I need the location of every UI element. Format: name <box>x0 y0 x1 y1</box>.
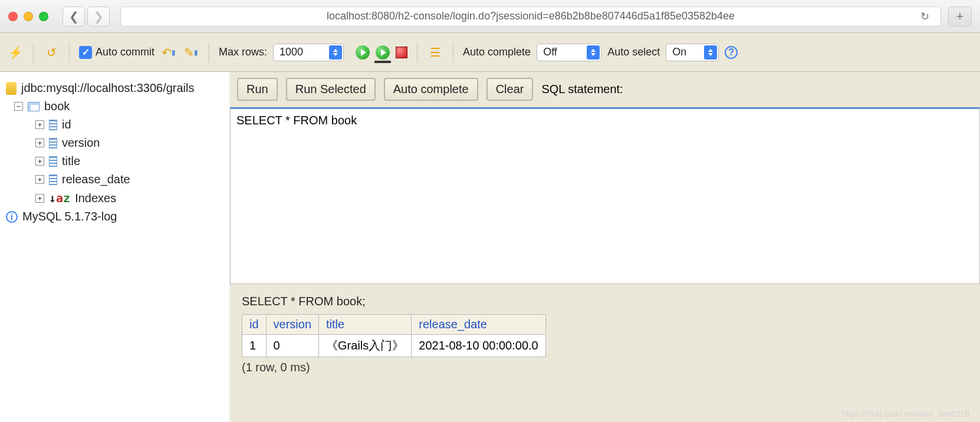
jdbc-url: jdbc:mysql://localhost:3306/grails <box>21 81 194 95</box>
stop-icon[interactable] <box>396 47 407 58</box>
separator <box>69 42 70 62</box>
column-icon <box>49 174 57 185</box>
indexes-label: Indexes <box>75 192 116 205</box>
max-rows-label: Max rows: <box>219 46 267 58</box>
content: Run Run Selected Auto complete Clear SQL… <box>230 72 980 422</box>
run-icon[interactable] <box>356 45 370 60</box>
cell-version: 0 <box>266 335 318 357</box>
collapse-icon[interactable]: − <box>14 102 23 111</box>
url-text: localhost:8080/h2-console/login.do?jsess… <box>327 10 735 22</box>
rollback-icon[interactable]: ✎▮ <box>183 44 199 61</box>
refresh-icon[interactable]: ↺ <box>43 44 60 61</box>
maximize-window-icon[interactable] <box>39 12 48 21</box>
close-window-icon[interactable] <box>8 12 18 21</box>
chevron-icon <box>587 45 600 60</box>
main: jdbc:mysql://localhost:3306/grails − boo… <box>0 72 980 422</box>
column-header[interactable]: id <box>242 315 267 335</box>
chevron-icon <box>329 45 342 60</box>
separator <box>209 42 209 62</box>
chevron-icon <box>704 45 717 60</box>
new-tab-button[interactable]: + <box>948 6 972 27</box>
column-header[interactable]: title <box>319 315 412 335</box>
index-icon: ↓az <box>49 191 70 205</box>
run-selected-button[interactable]: Run Selected <box>286 78 376 101</box>
watermark: https://blog.csdn.net/xiao_san0318 <box>842 409 969 418</box>
run-button[interactable]: Run <box>237 78 278 101</box>
header-link[interactable]: id <box>249 318 259 331</box>
header-link[interactable]: title <box>326 318 344 331</box>
help-icon[interactable]: ? <box>725 46 738 59</box>
auto-complete-value: Off <box>543 46 557 58</box>
browser-chrome: ❮ ❯ localhost:8080/h2-console/login.do?j… <box>0 0 980 33</box>
column-name: id <box>62 118 71 131</box>
expand-icon[interactable]: + <box>35 175 44 184</box>
auto-complete-select[interactable]: Off <box>537 44 601 61</box>
window-controls <box>8 12 48 21</box>
disconnect-icon[interactable]: ⚡ <box>7 44 24 61</box>
separator <box>453 42 453 62</box>
column-header[interactable]: version <box>266 315 318 335</box>
column-icon <box>49 138 57 149</box>
clear-button[interactable]: Clear <box>486 78 534 101</box>
auto-select-label: Auto select <box>607 46 660 58</box>
result-table: id version title release_date 1 0 《Grail… <box>242 314 546 357</box>
cell-release-date: 2021-08-10 00:00:00.0 <box>412 335 545 357</box>
auto-select-select[interactable]: On <box>666 44 719 61</box>
address-bar[interactable]: localhost:8080/h2-console/login.do?jsess… <box>120 6 941 27</box>
column-header[interactable]: release_date <box>412 315 545 335</box>
nav-buttons: ❮ ❯ <box>63 6 110 27</box>
info-icon: i <box>6 211 18 223</box>
cell-title: 《Grails入门》 <box>319 335 412 357</box>
sql-statement-label: SQL statement: <box>541 83 623 96</box>
column-name: title <box>62 154 80 168</box>
db-info: MySQL 5.1.73-log <box>22 210 117 223</box>
auto-complete-label: Auto complete <box>463 46 531 58</box>
column-row[interactable]: + id <box>6 116 223 134</box>
cell-id: 1 <box>242 335 267 357</box>
table-row[interactable]: − book <box>6 97 223 116</box>
table-name: book <box>44 100 70 113</box>
auto-select-value: On <box>672 46 686 58</box>
history-icon[interactable]: ☰ <box>427 44 443 61</box>
column-row[interactable]: + title <box>6 152 223 170</box>
database-icon <box>6 82 17 95</box>
auto-complete-button[interactable]: Auto complete <box>384 78 478 101</box>
max-rows-value: 1000 <box>279 46 303 58</box>
result-meta: (1 row, 0 ms) <box>242 361 968 374</box>
expand-icon[interactable]: + <box>35 157 44 166</box>
column-icon <box>49 120 57 130</box>
header-link[interactable]: release_date <box>419 318 487 331</box>
result-statement: SELECT * FROM book; <box>242 295 968 308</box>
separator <box>33 42 34 62</box>
db-info-row[interactable]: i MySQL 5.1.73-log <box>6 207 223 226</box>
column-name: version <box>62 136 100 150</box>
checkbox-icon: ✓ <box>79 46 92 59</box>
commit-icon[interactable]: ↶▮ <box>160 44 177 61</box>
results-panel: SELECT * FROM book; id version title rel… <box>230 284 980 422</box>
table-icon <box>28 102 40 111</box>
minimize-window-icon[interactable] <box>24 12 33 21</box>
run-selected-icon[interactable] <box>376 45 390 60</box>
column-row[interactable]: + version <box>6 134 223 152</box>
max-rows-select[interactable]: 1000 <box>273 44 344 61</box>
sql-input[interactable] <box>230 107 980 284</box>
expand-icon[interactable]: + <box>35 139 44 147</box>
separator <box>417 42 417 62</box>
table-header-row: id version title release_date <box>242 315 546 335</box>
sidebar: jdbc:mysql://localhost:3306/grails − boo… <box>0 72 230 422</box>
header-link[interactable]: version <box>274 318 311 331</box>
forward-button[interactable]: ❯ <box>87 6 110 27</box>
toolbar: ⚡ ↺ ✓ Auto commit ↶▮ ✎▮ Max rows: 1000 ☰… <box>0 33 980 72</box>
expand-icon[interactable]: + <box>35 120 44 129</box>
reload-icon[interactable]: ↻ <box>920 10 935 23</box>
column-name: release_date <box>62 173 130 186</box>
auto-commit-label: Auto commit <box>96 46 154 58</box>
table-row: 1 0 《Grails入门》 2021-08-10 00:00:00.0 <box>242 335 546 357</box>
expand-icon[interactable]: + <box>35 194 44 203</box>
column-row[interactable]: + release_date <box>6 170 223 189</box>
jdbc-url-row[interactable]: jdbc:mysql://localhost:3306/grails <box>6 79 223 97</box>
query-bar: Run Run Selected Auto complete Clear SQL… <box>230 72 980 107</box>
auto-commit-checkbox[interactable]: ✓ Auto commit <box>79 46 154 59</box>
indexes-row[interactable]: + ↓az Indexes <box>6 189 223 207</box>
back-button[interactable]: ❮ <box>63 6 85 27</box>
